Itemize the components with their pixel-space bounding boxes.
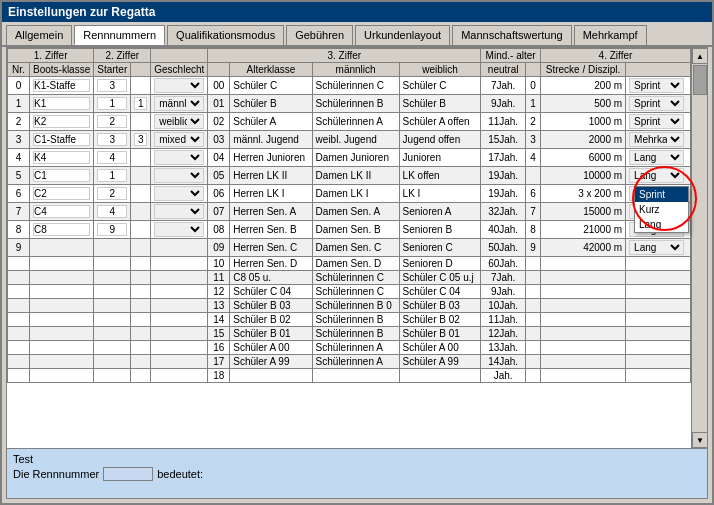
main-window: Einstellungen zur Regatta Allgemein Renn… [0, 0, 714, 505]
diszipl-select[interactable]: Sprint Kurz Lang Mehrkampf [629, 96, 684, 111]
scroll-up-button[interactable]: ▲ [692, 48, 707, 64]
cell-nr: 2 [8, 113, 30, 131]
cell-strecke: 1000 m [540, 113, 625, 131]
geschlecht-select[interactable]: weiblich männlich mixed [154, 114, 204, 129]
cell-starter1 [94, 149, 131, 167]
vertical-scrollbar[interactable]: ▲ ▼ [691, 48, 707, 448]
geschlecht-select[interactable]: männlich weiblich mixed [154, 150, 204, 165]
geschlecht-select[interactable]: männlich weiblich mixed [154, 168, 204, 183]
dropdown-item-lang[interactable]: Lang [635, 217, 688, 232]
starter1-input[interactable] [97, 79, 127, 92]
col-nr: Nr. [8, 63, 30, 77]
cell-mind: 7Jah. [481, 271, 526, 285]
cell-alter [525, 299, 540, 313]
cell-geschlecht: männlich weiblich mixed [151, 149, 208, 167]
cell-maennlich: Schüler B [230, 95, 312, 113]
diszipl-select[interactable]: Sprint Kurz Lang Mehrkampf [629, 168, 684, 183]
cell-neutral: Schüler B [399, 95, 481, 113]
geschlecht-select[interactable]: männlich weiblich mixed [154, 204, 204, 219]
cell-z3: 13 [208, 299, 230, 313]
tab-rennnummern[interactable]: Rennnummern [74, 25, 165, 45]
starter2-input[interactable] [134, 133, 147, 146]
cell-starter2 [131, 271, 151, 285]
cell-starter1 [94, 313, 131, 327]
cell-starter1 [94, 355, 131, 369]
cell-neutral: Senioren B [399, 221, 481, 239]
cell-z3: 09 [208, 239, 230, 257]
cell-nr [8, 285, 30, 299]
geschlecht-select[interactable]: männlich weiblich mixed [154, 96, 204, 111]
geschlecht-select[interactable]: männlich weiblich mixed [154, 222, 204, 237]
cell-weiblich: Schülerinnen B [312, 313, 399, 327]
boots-input[interactable] [33, 133, 90, 146]
dropdown-item-sprint[interactable]: Sprint [635, 187, 688, 202]
tab-allgemein[interactable]: Allgemein [6, 25, 72, 45]
boots-input[interactable] [33, 187, 90, 200]
diszipl-select[interactable]: Sprint Kurz Lang Mehrkampf [629, 132, 684, 147]
starter1-input[interactable] [97, 133, 127, 146]
cell-starter1 [94, 257, 131, 271]
cell-z3: 02 [208, 113, 230, 131]
diszipl-select[interactable]: Sprint Kurz Lang Mehrkampf [629, 114, 684, 129]
cell-neutral: Senioren C [399, 239, 481, 257]
geschlecht-select[interactable]: männlich weiblich mixed [154, 78, 204, 93]
cell-z3: 15 [208, 327, 230, 341]
diszipl-select[interactable]: Sprint Kurz Lang Mehrkampf [629, 78, 684, 93]
dropdown-item-kurz[interactable]: Kurz [635, 202, 688, 217]
cell-mind: 13Jah. [481, 341, 526, 355]
tab-mehrkampf[interactable]: Mehrkampf [574, 25, 647, 45]
diszipl-select[interactable]: Sprint Kurz Lang Mehrkampf [629, 240, 684, 255]
tab-gebuehren[interactable]: Gebühren [286, 25, 353, 45]
cell-alter: 8 [525, 221, 540, 239]
boots-input[interactable] [33, 97, 90, 110]
cell-weiblich: Schülerinnen A [312, 355, 399, 369]
starter1-input[interactable] [97, 187, 127, 200]
diszipl-dropdown[interactable]: Sprint Kurz Lang [634, 186, 689, 233]
cell-geschlecht [151, 313, 208, 327]
geschlecht-select[interactable]: männlich weiblich mixed [154, 186, 204, 201]
cell-diszipl [626, 257, 691, 271]
boots-input[interactable] [33, 151, 90, 164]
geschlecht-select[interactable]: mixed männlich weiblich [154, 132, 204, 147]
cell-z3: 10 [208, 257, 230, 271]
table-row: 3 mixed männlich weiblich 03 männl. Juge… [8, 131, 707, 149]
cell-alter: 1 [525, 95, 540, 113]
table-row: 12 Schüler C 04 Schülerinnen C Schüler C… [8, 285, 707, 299]
cell-nr: 4 [8, 149, 30, 167]
starter1-input[interactable] [97, 205, 127, 218]
starter1-input[interactable] [97, 97, 127, 110]
cell-boots [30, 369, 94, 383]
tab-mannschaftswertung[interactable]: Mannschaftswertung [452, 25, 572, 45]
cell-weiblich: Damen Sen. D [312, 257, 399, 271]
cell-strecke: 3 x 200 m [540, 185, 625, 203]
table-row: 16 Schüler A 00 Schülerinnen A Schüler A… [8, 341, 707, 355]
boots-input[interactable] [33, 205, 90, 218]
cell-alter [525, 327, 540, 341]
col-starter2 [131, 63, 151, 77]
table-row: 8 männlich weiblich mixed 08 Herren Sen.… [8, 221, 707, 239]
tab-urkundenlayout[interactable]: Urkundenlayout [355, 25, 450, 45]
starter1-input[interactable] [97, 151, 127, 164]
boots-input[interactable] [33, 223, 90, 236]
scroll-track[interactable] [692, 64, 707, 432]
cell-boots [30, 285, 94, 299]
cell-neutral: Schüler B 03 [399, 299, 481, 313]
tab-qualifikation[interactable]: Qualifikationsmodus [167, 25, 284, 45]
rennnummer-input[interactable] [103, 467, 153, 481]
scroll-thumb[interactable] [693, 65, 707, 95]
starter1-input[interactable] [97, 169, 127, 182]
cell-strecke [540, 327, 625, 341]
cell-starter1 [94, 239, 131, 257]
cell-mind: 40Jah. [481, 221, 526, 239]
diszipl-select[interactable]: Sprint Kurz Lang Mehrkampf [629, 150, 684, 165]
cell-z3: 16 [208, 341, 230, 355]
scroll-down-button[interactable]: ▼ [692, 432, 707, 448]
boots-input[interactable] [33, 79, 90, 92]
starter1-input[interactable] [97, 223, 127, 236]
header-mindAlter: Mind.- alter [481, 49, 541, 63]
boots-input[interactable] [33, 169, 90, 182]
table-row: 6 männlich weiblich mixed 06 Herren LK I… [8, 185, 707, 203]
starter1-input[interactable] [97, 115, 127, 128]
starter2-input[interactable] [134, 97, 147, 110]
boots-input[interactable] [33, 115, 90, 128]
